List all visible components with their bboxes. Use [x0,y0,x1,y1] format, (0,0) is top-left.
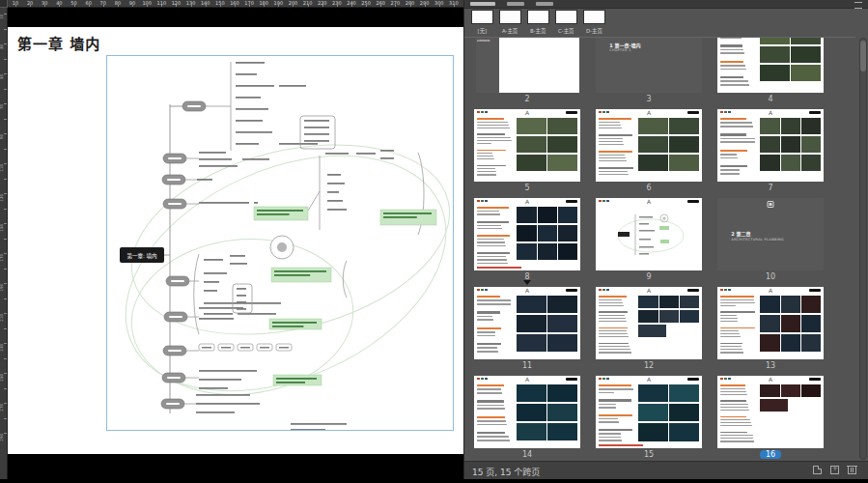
page-cell-9[interactable]: A9 [588,192,710,281]
image-grid-skeleton [517,296,577,356]
page-thumbnail[interactable]: A [474,376,580,448]
master-label: A-主页 [502,26,518,34]
page-number[interactable]: 11 [522,361,532,370]
page-thumbnail[interactable]: A [596,109,702,182]
page-number[interactable]: 14 [522,450,532,459]
master-thumbnail[interactable] [471,10,493,24]
page-number[interactable]: 10 [766,272,775,281]
page-number[interactable]: 9 [646,272,651,281]
panel-tab-bar[interactable] [464,0,868,9]
panel-scrollbar[interactable] [859,38,867,460]
page-thumbnail[interactable]: A [717,38,824,93]
page-black-element [809,111,821,114]
page-number[interactable]: 13 [766,361,775,370]
pages-grid: LUMINATA21 第一章·墙内CHAPTER 13A4A5A6A7A8A92… [466,38,835,461]
text-block-skeleton [477,296,514,356]
page-cell-10[interactable]: 2 第二章ARCHITECTURAL PLANNING10 [710,192,831,281]
page-cell-13[interactable]: A13 [710,281,831,370]
page-black-element [687,111,699,114]
master-thumbnail[interactable] [583,10,605,24]
page-black-element [687,200,699,203]
v-ruler-tickmark [4,388,7,389]
h-ruler-tickmark [161,5,162,7]
page-count-status: 15 页, 15 个跨页 [472,466,540,478]
page-thumbnail[interactable]: 1 第一章·墙内CHAPTER 1 [596,38,702,93]
text-block-skeleton [720,118,757,179]
master-page-item[interactable]: B-主页 [524,10,552,36]
page-cell-6[interactable]: A6 [588,103,710,192]
image-grid-skeleton [760,384,821,445]
page-thumbnail[interactable]: A [717,287,824,359]
page-cell-15[interactable]: A15 [588,370,710,459]
v-ruler-tickmark [4,14,7,14]
panel-menu-icon[interactable] [854,2,862,9]
page-logo-marks [599,289,609,291]
edit-page-size-icon[interactable] [813,466,822,474]
panel-tab-3[interactable] [536,2,553,6]
page-number[interactable]: 15 [644,450,654,459]
page-thumbnail[interactable]: A [596,287,702,359]
v-ruler-tickmark [4,193,7,194]
master-letter-indicator: A [525,377,529,383]
page-1-thumbnail-partial[interactable]: LUMINATA [476,38,499,93]
v-ruler-tickmark [4,283,7,284]
text-block-skeleton [720,296,757,356]
master-page-item[interactable]: [无] [468,10,496,36]
page-thumbnail[interactable]: LUMINATA [476,38,579,93]
mindmap-frame[interactable]: 第一章: 墙内 [106,55,454,431]
page-number[interactable]: 12 [644,361,654,370]
vertical-ruler[interactable]: 1030507090110130150170190210230250270290 [0,8,8,483]
page-thumbnail[interactable]: A [596,198,702,270]
page-thumbnail[interactable]: A [474,198,580,270]
page-title: 第一章 墙内 [17,33,100,53]
page-number[interactable]: 5 [524,184,529,192]
page-number[interactable]: 2 [524,95,529,103]
page-cell-8[interactable]: A8 [466,192,588,281]
master-thumbnail[interactable] [555,10,577,24]
h-ruler-tickmark [206,5,207,7]
page-cell-5[interactable]: A5 [466,103,588,192]
page-number[interactable]: 3 [646,95,651,103]
new-page-icon[interactable] [830,466,839,474]
page-cell-16[interactable]: A16 [710,370,831,459]
page-logo-marks [599,200,609,202]
master-page-item[interactable]: D-主页 [580,10,608,36]
scrollbar-thumb[interactable] [860,41,866,71]
page-logo-marks [477,289,488,291]
page-thumbnail[interactable]: A [596,376,702,448]
page-thumbnail[interactable]: A [474,287,580,359]
v-ruler-tickmark [4,239,7,240]
page-cell-3[interactable]: 1 第一章·墙内CHAPTER 13 [588,38,710,103]
page-number[interactable]: 6 [646,184,651,192]
panel-tab-2[interactable] [507,2,524,6]
page-thumbnail[interactable]: A [717,376,824,448]
v-ruler-tick: 90 [0,134,4,139]
master-thumbnail[interactable] [527,10,549,24]
master-page-item[interactable]: A-主页 [496,10,524,36]
document-page[interactable]: 第一章 墙内 第一章: 墙内 [8,27,463,454]
panel-tab-pages[interactable] [470,2,495,6]
delete-page-icon[interactable] [848,466,856,474]
page-number[interactable]: 16 [760,450,781,459]
page-cell-2[interactable]: LUMINATA2 [466,38,588,103]
page-cell-14[interactable]: A14 [466,370,588,459]
h-ruler-tickmark [74,5,75,7]
pasteboard [8,8,463,27]
text-block-skeleton [720,38,757,90]
master-page-item[interactable]: C-主页 [552,10,580,36]
page-cell-12[interactable]: A12 [588,281,710,370]
v-ruler-tickmark [4,313,7,314]
page-logo-marks [720,111,731,113]
page-thumbnail[interactable]: A [717,109,824,182]
master-thumbnail[interactable] [499,10,521,24]
page-cell-7[interactable]: A7 [710,103,831,192]
page-thumbnail[interactable]: 2 第二章ARCHITECTURAL PLANNING [717,198,824,270]
page-number[interactable]: 4 [768,95,772,103]
page-thumbnail[interactable]: A [474,109,580,182]
ruler-corner[interactable] [0,0,8,8]
page-number[interactable]: 7 [768,184,772,192]
page-cell-4[interactable]: A4 [710,38,831,103]
text-block-skeleton [477,118,514,179]
horizontal-ruler[interactable]: 1020304050607080901001101201301401501601… [8,0,463,8]
page-cell-11[interactable]: A11 [466,281,588,370]
